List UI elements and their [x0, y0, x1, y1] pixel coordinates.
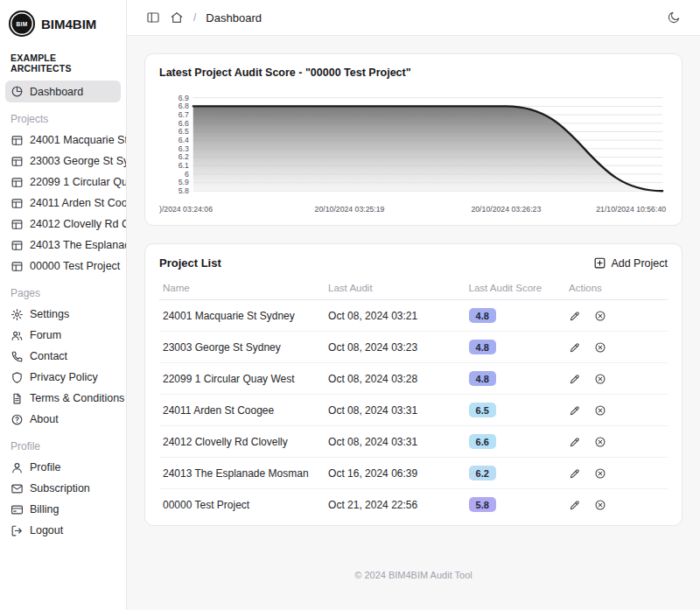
project-name: 23003 George St Sydney: [163, 341, 328, 354]
last-audit-date: Oct 08, 2024 03:21: [328, 310, 468, 322]
sidebar-item-contact[interactable]: Contact: [0, 346, 126, 367]
score-cell: 4.8: [469, 340, 570, 354]
sidebar-item-project-00000[interactable]: 00000 Test Project: [0, 256, 126, 277]
sidebar-item-forum[interactable]: Forum: [0, 325, 126, 346]
card-icon: [10, 503, 24, 516]
column-header-score: Last Audit Score: [469, 283, 570, 293]
sidebar-item-label: Privacy Policy: [30, 371, 98, 383]
sidebar-item-label: Subscription: [30, 482, 90, 494]
mail-icon: [10, 482, 24, 495]
row-actions: [569, 310, 664, 322]
sidebar-item-privacy-policy[interactable]: Privacy Policy: [0, 367, 126, 388]
svg-text:6.4: 6.4: [178, 136, 189, 144]
add-project-button[interactable]: Add Project: [593, 256, 668, 270]
section-label-pages: Pages: [0, 277, 126, 304]
svg-text:6.6: 6.6: [178, 119, 189, 128]
breadcrumb-separator: /: [193, 11, 196, 24]
svg-text:20/10/2024 03:26:23: 20/10/2024 03:26:23: [471, 205, 541, 214]
table-icon: [10, 197, 24, 210]
sidebar-item-project-22099[interactable]: 22099 1 Circular Quay West: [0, 172, 126, 193]
home-icon[interactable]: [170, 11, 184, 25]
edit-icon[interactable]: [569, 467, 581, 480]
column-header-actions: Actions: [569, 283, 664, 293]
last-audit-date: Oct 21, 2024 22:56: [328, 499, 468, 511]
table-row: 24001 Macquarie St Sydney Oct 08, 2024 0…: [159, 300, 668, 332]
edit-icon[interactable]: [569, 404, 581, 417]
sidebar-item-profile[interactable]: Profile: [0, 457, 126, 478]
sidebar-item-terms[interactable]: Terms & Conditions: [0, 388, 126, 409]
add-project-label: Add Project: [611, 257, 668, 270]
edit-icon[interactable]: [569, 436, 581, 448]
svg-text:6.3: 6.3: [178, 144, 189, 153]
table-row: 00000 Test Project Oct 21, 2024 22:56 5.…: [159, 489, 668, 520]
delete-icon[interactable]: [594, 404, 606, 417]
table-row: 23003 George St Sydney Oct 08, 2024 03:2…: [159, 332, 668, 363]
delete-icon[interactable]: [594, 499, 606, 511]
last-audit-date: Oct 16, 2024 06:39: [328, 467, 468, 480]
sidebar-item-label: 24011 Arden St Coogee: [30, 197, 126, 209]
delete-icon[interactable]: [594, 341, 606, 354]
audit-score-chart: 6.96.86.76.66.56.46.36.26.165.95.8)/2024…: [159, 91, 668, 218]
sidebar-item-project-24013[interactable]: 24013 The Esplanade Mosman: [0, 235, 126, 256]
sidebar-item-logout[interactable]: Logout: [0, 520, 126, 541]
sidebar-toggle-icon[interactable]: [146, 11, 160, 25]
score-cell: 4.8: [469, 308, 570, 323]
delete-icon[interactable]: [594, 373, 606, 385]
project-name: 22099 1 Circular Quay West: [163, 373, 328, 385]
project-list-title: Project List: [159, 256, 221, 270]
score-badge: 4.8: [469, 340, 496, 354]
dark-mode-toggle[interactable]: [667, 11, 681, 25]
sidebar-item-label: 00000 Test Project: [30, 260, 120, 272]
score-badge: 4.8: [469, 371, 496, 386]
edit-icon[interactable]: [569, 373, 581, 385]
sidebar-item-subscription[interactable]: Subscription: [0, 478, 126, 499]
project-table: Name Last Audit Last Audit Score Actions…: [159, 277, 668, 520]
delete-icon[interactable]: [594, 310, 606, 322]
sidebar-item-label: Profile: [30, 461, 60, 473]
sidebar-item-label: 24001 Macquarie St Sydney: [30, 134, 126, 146]
svg-text:6.7: 6.7: [178, 110, 189, 119]
help-icon: [10, 413, 24, 426]
sidebar-item-settings[interactable]: Settings: [0, 304, 126, 325]
table-icon: [10, 134, 24, 147]
sidebar-item-label: 24013 The Esplanade Mosman: [30, 239, 126, 251]
edit-icon[interactable]: [569, 341, 581, 354]
edit-icon[interactable]: [569, 310, 581, 322]
sidebar-item-project-24001[interactable]: 24001 Macquarie St Sydney: [0, 130, 126, 151]
sidebar-item-dashboard[interactable]: Dashboard: [5, 81, 121, 102]
sidebar-item-label: Settings: [30, 308, 69, 320]
score-cell: 6.5: [469, 403, 570, 417]
logo-glyph: BIM: [17, 21, 28, 27]
sidebar-item-label: 24012 Clovelly Rd Clovelly: [30, 218, 126, 230]
brand-name: BIM4BIM: [41, 17, 96, 32]
table-icon: [10, 239, 24, 252]
delete-icon[interactable]: [594, 436, 606, 448]
last-audit-date: Oct 08, 2024 03:23: [328, 341, 468, 354]
sidebar-item-project-24012[interactable]: 24012 Clovelly Rd Clovelly: [0, 214, 126, 235]
table-icon: [10, 260, 24, 273]
delete-icon[interactable]: [594, 467, 606, 480]
main-area: / Dashboard Latest Project Audit Score -…: [127, 0, 700, 610]
score-cell: 5.8: [469, 497, 570, 512]
dashboard-icon: [10, 85, 24, 98]
app-logo: BIM: [9, 11, 35, 37]
workspace-name: EXAMPLE ARCHITECTS: [0, 47, 126, 81]
sidebar-item-about[interactable]: About: [0, 409, 126, 430]
sidebar-item-project-23003[interactable]: 23003 George St Sydney: [0, 151, 126, 172]
project-list-header: Project List Add Project: [159, 256, 668, 270]
table-row: 24011 Arden St Coogee Oct 08, 2024 03:31…: [159, 395, 668, 426]
sidebar: BIM BIM4BIM EXAMPLE ARCHITECTS Dashboard…: [0, 0, 127, 610]
sidebar-item-project-24011[interactable]: 24011 Arden St Coogee: [0, 193, 126, 214]
table-row: 24013 The Esplanade Mosman Oct 16, 2024 …: [159, 458, 668, 489]
moon-icon: [667, 11, 681, 25]
project-name: 24012 Clovelly Rd Clovelly: [163, 436, 328, 448]
project-name: 24001 Macquarie St Sydney: [163, 310, 328, 322]
sidebar-item-billing[interactable]: Billing: [0, 499, 126, 520]
users-icon: [10, 329, 24, 342]
column-header-name: Name: [163, 283, 328, 293]
chart-title: Latest Project Audit Score - "00000 Test…: [159, 67, 668, 79]
gear-icon: [10, 308, 24, 321]
edit-icon[interactable]: [569, 499, 581, 511]
project-name: 00000 Test Project: [163, 499, 328, 511]
sidebar-item-label: 22099 1 Circular Quay West: [30, 176, 126, 188]
